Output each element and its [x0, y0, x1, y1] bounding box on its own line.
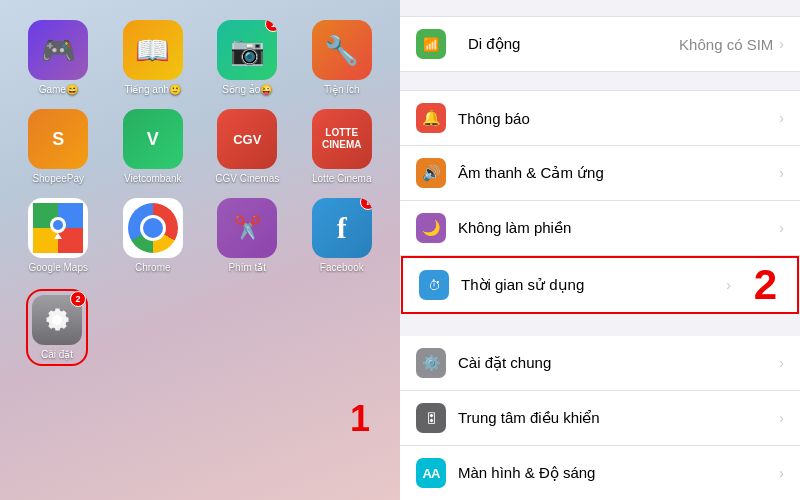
app-icon-maps	[28, 198, 88, 258]
di-dong-chevron: ›	[779, 36, 784, 52]
khong-lam-phien-icon: 🌙	[416, 213, 446, 243]
app-icon-tien: 🔧	[312, 20, 372, 80]
app-tien-ich[interactable]: 🔧 Tiện ích	[299, 20, 386, 95]
menu-thong-bao[interactable]: 🔔 Thông báo ›	[400, 90, 800, 146]
app-icon-lotte: LOTTECINEMA	[312, 109, 372, 169]
khong-lam-phien-chevron: ›	[779, 220, 784, 236]
app-icon-tieng: 📖	[123, 20, 183, 80]
menu-thoi-gian[interactable]: ⏱ Thời gian sử dụng 2 ›	[401, 256, 799, 314]
menu-cai-dat-chung[interactable]: ⚙️ Cài đặt chung ›	[400, 336, 800, 391]
app-icon-facebook: f 1	[312, 198, 372, 258]
app-google-maps[interactable]: Google Maps	[15, 198, 102, 273]
menu-man-hinh[interactable]: AA Màn hình & Độ sáng ›	[400, 446, 800, 500]
app-label-tien: Tiện ích	[324, 84, 360, 95]
app-icon-vietcom: V	[123, 109, 183, 169]
trung-tam-icon: 🎛	[416, 403, 446, 433]
menu-khong-lam-phien[interactable]: 🌙 Không làm phiền ›	[400, 201, 800, 256]
thoi-gian-chevron: ›	[726, 277, 731, 293]
app-chrome[interactable]: Chrome	[110, 198, 197, 273]
app-caidat[interactable]: 2 Cài đặt	[26, 289, 88, 366]
app-label-tieng: Tiếng anh🙂	[124, 84, 181, 95]
thong-bao-chevron: ›	[779, 110, 784, 126]
di-dong-icon: 📶	[416, 29, 446, 59]
khong-lam-phien-label: Không làm phiền	[458, 219, 779, 237]
app-vietcombank[interactable]: V Vietcombank	[110, 109, 197, 184]
settings-di-dong[interactable]: 📶 Di động Không có SIM ›	[400, 16, 800, 72]
di-dong-value: Không có SIM	[679, 36, 773, 53]
trung-tam-label: Trung tâm điều khiển	[458, 409, 779, 427]
app-label-song: Sống ảo😜	[222, 84, 272, 95]
app-label-phimtat: Phím tắt	[228, 262, 266, 273]
man-hinh-chevron: ›	[779, 465, 784, 481]
app-phimtat[interactable]: ✂️ Phím tắt	[204, 198, 291, 273]
di-dong-value-group: Không có SIM ›	[679, 36, 784, 53]
cai-dat-chung-label: Cài đặt chung	[458, 354, 779, 372]
di-dong-label: Di động	[468, 35, 520, 53]
svg-point-6	[53, 220, 63, 230]
app-label-shopee: ShopeePay	[32, 173, 84, 184]
badge-caidat: 2	[70, 291, 86, 307]
chrome-circle-icon	[128, 203, 178, 253]
app-cgv[interactable]: CGV CGV Cinemas	[204, 109, 291, 184]
app-game[interactable]: 🎮 Game😄	[15, 20, 102, 95]
app-icon-phimtat: ✂️	[217, 198, 277, 258]
step-number-1: 1	[350, 398, 370, 440]
app-label-game: Game😄	[39, 84, 78, 95]
man-hinh-label: Màn hình & Độ sáng	[458, 464, 779, 482]
settings-panel: 📶 Di động Không có SIM › 🔔 Thông báo › 🔊…	[400, 0, 800, 500]
badge-facebook: 1	[360, 198, 372, 210]
app-label-cgv: CGV Cinemas	[215, 173, 279, 184]
app-icon-chrome	[123, 198, 183, 258]
thong-bao-label: Thông báo	[458, 110, 779, 127]
app-song-ao[interactable]: 📷 1 Sống ảo😜	[204, 20, 291, 95]
badge-song-ao: 1	[265, 20, 277, 32]
menu-trung-tam[interactable]: 🎛 Trung tâm điều khiển ›	[400, 391, 800, 446]
menu-am-thanh[interactable]: 🔊 Âm thanh & Cảm ứng ›	[400, 146, 800, 201]
app-lotte[interactable]: LOTTECINEMA Lotte Cinema	[299, 109, 386, 184]
am-thanh-chevron: ›	[779, 165, 784, 181]
app-icon-game: 🎮	[28, 20, 88, 80]
app-icon-shopee: S	[28, 109, 88, 169]
cai-dat-chung-icon: ⚙️	[416, 348, 446, 378]
trung-tam-chevron: ›	[779, 410, 784, 426]
thoi-gian-label: Thời gian sử dụng	[461, 276, 726, 294]
app-icon-song: 📷 1	[217, 20, 277, 80]
app-label-facebook: Facebook	[320, 262, 364, 273]
app-label-lotte: Lotte Cinema	[312, 173, 371, 184]
am-thanh-label: Âm thanh & Cảm ứng	[458, 164, 779, 182]
app-icon-cgv: CGV	[217, 109, 277, 169]
app-label-chrome: Chrome	[135, 262, 171, 273]
cai-dat-chung-chevron: ›	[779, 355, 784, 371]
man-hinh-icon: AA	[416, 458, 446, 488]
app-label-maps: Google Maps	[29, 262, 88, 273]
app-grid: 🎮 Game😄 📖 Tiếng anh🙂 📷 1 Sống ảo😜 🔧 Tiện…	[10, 20, 390, 273]
app-label-caidat: Cài đặt	[41, 349, 73, 360]
am-thanh-icon: 🔊	[416, 158, 446, 188]
app-facebook[interactable]: f 1 Facebook	[299, 198, 386, 273]
home-screen: 🎮 Game😄 📖 Tiếng anh🙂 📷 1 Sống ảo😜 🔧 Tiện…	[0, 0, 400, 500]
app-tieng-anh[interactable]: 📖 Tiếng anh🙂	[110, 20, 197, 95]
thong-bao-icon: 🔔	[416, 103, 446, 133]
thoi-gian-icon: ⏱	[419, 270, 449, 300]
divider-1	[400, 72, 800, 90]
settings-menu: 🔔 Thông báo › 🔊 Âm thanh & Cảm ứng › 🌙 K…	[400, 90, 800, 500]
app-icon-caidat: 2	[32, 295, 82, 345]
step-number-2: 2	[754, 261, 777, 309]
app-shopee[interactable]: S ShopeePay	[15, 109, 102, 184]
app-label-vietcom: Vietcombank	[124, 173, 182, 184]
divider-2	[400, 314, 800, 336]
